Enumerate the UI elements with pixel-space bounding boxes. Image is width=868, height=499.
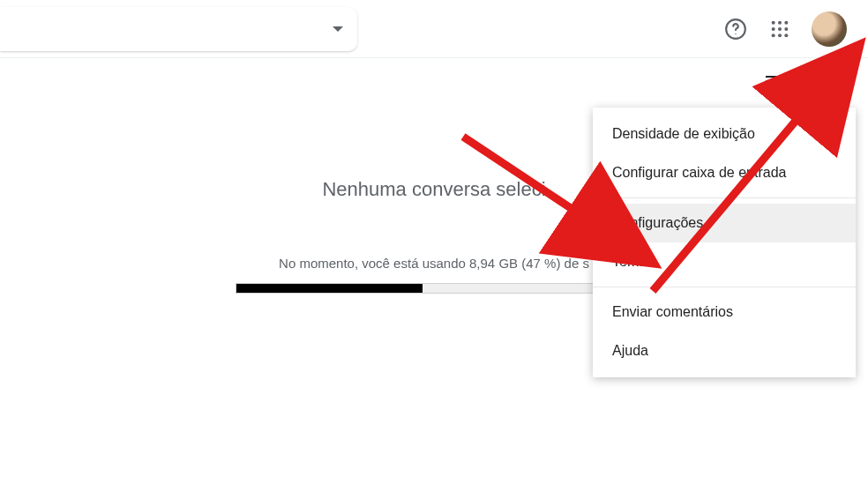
menu-item-configure-inbox[interactable]: Configurar caixa de entrada [593,153,856,192]
top-bar [0,0,868,58]
svg-point-9 [778,34,782,37]
menu-item-display-density[interactable]: Densidade de exibição [593,115,856,153]
menu-separator [593,197,856,198]
toolbar [0,58,868,108]
svg-point-10 [784,34,788,37]
menu-separator [593,287,856,287]
density-toggle[interactable] [766,76,794,91]
chevron-down-icon [333,26,343,32]
svg-point-4 [784,20,788,24]
svg-point-8 [772,34,775,37]
svg-point-1 [735,33,736,34]
help-icon[interactable] [723,17,748,41]
menu-item-help[interactable]: Ajuda [593,331,856,370]
menu-item-themes[interactable]: Temas [593,242,856,281]
apps-grid-icon[interactable] [767,17,792,41]
top-icons [723,11,847,47]
svg-point-7 [784,26,788,30]
svg-point-5 [772,26,775,30]
settings-menu: Densidade de exibição Configurar caixa d… [593,108,856,377]
settings-button[interactable] [810,63,850,103]
svg-point-2 [772,20,775,24]
search-dropdown[interactable] [0,7,357,51]
density-icon [766,76,782,91]
chevron-down-icon [785,81,794,86]
menu-item-send-feedback[interactable]: Enviar comentários [593,293,856,331]
menu-item-settings[interactable]: Configurações [593,204,856,242]
gear-icon [819,72,841,93]
svg-point-3 [778,20,782,24]
svg-point-6 [778,26,782,30]
avatar[interactable] [812,11,847,47]
storage-progress-fill [236,284,423,293]
storage-progress [236,283,632,294]
